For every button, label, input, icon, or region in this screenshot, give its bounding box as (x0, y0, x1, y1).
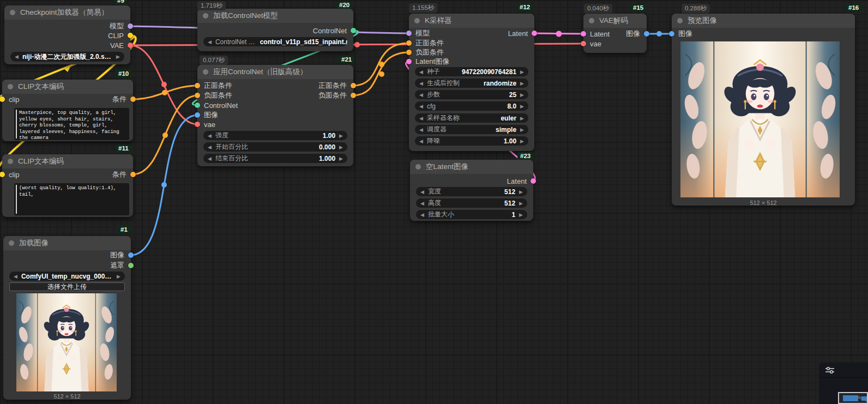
port-dot[interactable] (669, 31, 674, 37)
node-clip-text-encode-positive[interactable]: CLIP文本编码 clip 条件 Masterpiece, top qualit… (2, 80, 133, 141)
checkpoint-name-combo[interactable]: ◀ niji-动漫二次元加强版_2.0.safete ... ▶ (10, 52, 124, 62)
node-preview-image[interactable]: 预览图像 图像 512 × 512 (672, 14, 855, 206)
node-vae-decode[interactable]: VAE解码 Latent vae 图像 (583, 14, 647, 53)
port-dot[interactable] (128, 263, 134, 268)
arrow-right-icon[interactable]: ▶ (520, 127, 524, 132)
widget-start-percent[interactable]: ◀ 开始百分比 0.000 ▶ (203, 142, 347, 152)
arrow-right-icon[interactable]: ▶ (339, 144, 343, 150)
arrow-left-icon[interactable]: ◀ (419, 92, 423, 98)
input-port-positive[interactable]: 正面条件 (406, 39, 444, 47)
output-port-conditioning[interactable]: 条件 (112, 170, 136, 179)
prompt-textarea[interactable]: Masterpiece, top quality, a girl, yellow… (14, 108, 129, 140)
port-dot[interactable] (128, 33, 133, 38)
image-file-combo[interactable]: ◀ ComfyUI_temp_nucvg_00001_p... ▶ (9, 272, 125, 281)
minimap-viewport[interactable] (838, 392, 868, 404)
prompt-textarea[interactable]: (worst quality, low quality:1.4), tail, (14, 183, 129, 215)
output-port-latent[interactable]: Latent (508, 29, 537, 38)
port-dot[interactable] (644, 31, 649, 37)
input-port-vae[interactable]: vae (581, 39, 601, 48)
arrow-right-icon[interactable]: ▶ (116, 54, 120, 59)
arrow-right-icon[interactable]: ▶ (519, 201, 523, 206)
node-title-bar[interactable]: 预览图像 (672, 14, 855, 28)
port-dot[interactable] (581, 31, 586, 37)
node-title-bar[interactable]: K采样器 (409, 14, 534, 28)
node-title-bar[interactable]: 应用ControlNet（旧版高级） (197, 65, 353, 79)
arrow-right-icon[interactable]: ▶ (117, 274, 120, 279)
output-port-conditioning[interactable]: 条件 (112, 95, 136, 104)
upload-file-button[interactable]: 选择文件上传 (9, 282, 125, 291)
node-title-bar[interactable]: VAE解码 (583, 14, 647, 28)
arrow-left-icon[interactable]: ◀ (420, 201, 424, 206)
port-dot[interactable] (0, 97, 5, 102)
output-port-positive[interactable]: 正面条件 (318, 81, 356, 90)
port-dot[interactable] (532, 31, 537, 36)
collapse-dot-icon[interactable] (589, 18, 594, 23)
widget-control-after-generate[interactable]: ◀ 生成后控制 randomize ▶ (415, 79, 528, 88)
node-empty-latent-image[interactable]: 空Latent图像 Latent ◀ 宽度 512 ▶ ◀ 高度 512 ▶ ◀… (410, 160, 533, 221)
node-title-bar[interactable]: CLIP文本编码 (2, 80, 133, 94)
arrow-right-icon[interactable]: ▶ (520, 138, 524, 144)
output-port-negative[interactable]: 负面条件 (318, 91, 356, 100)
widget-seed[interactable]: ◀ 种子 947220090764281 ▶ (415, 67, 528, 76)
output-port-model[interactable]: 模型 (110, 22, 133, 31)
output-port-image[interactable]: 图像 (626, 29, 649, 38)
collapse-dot-icon[interactable] (9, 240, 14, 246)
port-dot[interactable] (128, 252, 134, 258)
widget-steps[interactable]: ◀ 步数 25 ▶ (415, 90, 528, 99)
port-dot[interactable] (531, 178, 536, 184)
widget-sampler-name[interactable]: ◀ 采样器名称 euler ▶ (415, 113, 528, 123)
node-title-bar[interactable]: Checkpoint加载器（简易） (4, 5, 130, 20)
port-dot[interactable] (406, 31, 412, 36)
arrow-left-icon[interactable]: ◀ (419, 81, 423, 86)
sliders-icon[interactable] (825, 366, 835, 375)
widget-end-percent[interactable]: ◀ 结束百分比 1.000 ▶ (203, 154, 347, 163)
node-ksampler[interactable]: K采样器 模型 正面条件 负面条件 Latent图像 Latent ◀ 种子 9… (409, 14, 534, 151)
output-port-clip[interactable]: CLIP (108, 31, 133, 40)
collapse-dot-icon[interactable] (677, 18, 683, 23)
port-dot[interactable] (195, 102, 200, 108)
widget-batch-size[interactable]: ◀ 批量大小 1 ▶ (416, 210, 527, 219)
arrow-right-icon[interactable]: ▶ (339, 156, 343, 161)
arrow-left-icon[interactable]: ◀ (208, 133, 212, 138)
port-dot[interactable] (128, 43, 133, 48)
output-port-controlnet[interactable]: ControlNet (313, 26, 356, 35)
widget-height[interactable]: ◀ 高度 512 ▶ (416, 198, 527, 208)
node-title-bar[interactable]: 加载图像 (3, 236, 131, 250)
port-dot[interactable] (351, 83, 356, 88)
widget-scheduler[interactable]: ◀ 调度器 simple ▶ (415, 125, 528, 134)
arrow-right-icon[interactable]: ▶ (519, 189, 523, 195)
arrow-right-icon[interactable]: ▶ (520, 81, 524, 86)
node-clip-text-encode-negative[interactable]: CLIP文本编码 clip 条件 (worst quality, low qua… (2, 154, 133, 217)
input-port-latent-image[interactable]: Latent图像 (406, 57, 449, 66)
port-dot[interactable] (195, 83, 200, 88)
input-port-negative[interactable]: 负面条件 (195, 91, 232, 100)
arrow-left-icon[interactable]: ◀ (419, 127, 423, 132)
input-port-image[interactable]: 图像 (195, 111, 218, 119)
port-dot[interactable] (128, 23, 133, 29)
widget-strength[interactable]: ◀ 强度 1.00 ▶ (203, 131, 347, 140)
minimap-panel[interactable] (819, 363, 868, 404)
arrow-left-icon[interactable]: ◀ (208, 156, 212, 161)
collapse-dot-icon[interactable] (415, 164, 421, 170)
node-controlnet-loader[interactable]: 加载ControlNet模型 ControlNet ◀ ControlNet …… (197, 9, 353, 51)
output-port-vae[interactable]: VAE (110, 41, 133, 50)
collapse-dot-icon[interactable] (203, 13, 208, 19)
port-dot[interactable] (406, 59, 412, 64)
preview-image[interactable] (680, 41, 840, 197)
arrow-left-icon[interactable]: ◀ (420, 189, 424, 195)
collapse-dot-icon[interactable] (203, 69, 208, 75)
input-port-controlnet[interactable]: ControlNet (195, 101, 238, 110)
collapse-dot-icon[interactable] (10, 10, 15, 15)
minimap-header[interactable] (819, 363, 868, 378)
collapse-dot-icon[interactable] (8, 159, 13, 164)
node-checkpoint-loader[interactable]: Checkpoint加载器（简易） 模型 CLIP VAE ◀ niji-动漫二… (4, 5, 130, 64)
input-port-model[interactable]: 模型 (406, 29, 430, 38)
arrow-right-icon[interactable]: ▶ (520, 92, 524, 98)
port-dot[interactable] (406, 50, 412, 55)
arrow-left-icon[interactable]: ◀ (419, 138, 423, 144)
arrow-left-icon[interactable]: ◀ (208, 39, 212, 45)
node-load-image[interactable]: 加载图像 图像 遮罩 ◀ ComfyUI_temp_nucvg_00001_p.… (3, 236, 131, 400)
port-dot[interactable] (195, 93, 200, 98)
widget-width[interactable]: ◀ 宽度 512 ▶ (416, 187, 527, 196)
node-graph-canvas[interactable]: #9 #10 #11 #1 1.719秒 #20 0.077秒 #21 1.15… (0, 0, 868, 404)
